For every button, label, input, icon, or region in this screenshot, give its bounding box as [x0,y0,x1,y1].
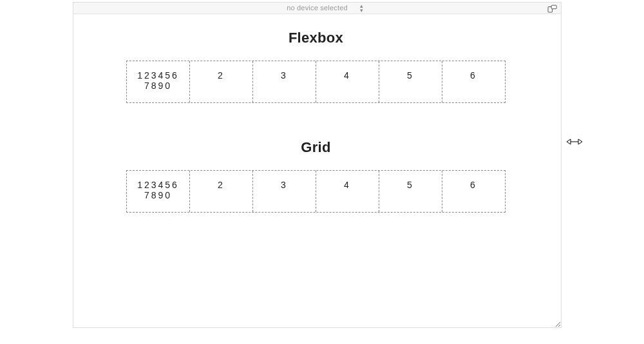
grid-heading: Grid [126,139,506,156]
flex-cell: 3 [253,61,316,102]
page-content: Flexbox 1234567890 2 3 4 5 6 Grid 123456… [73,14,561,213]
svg-marker-4 [578,139,582,144]
flex-cell: 1234567890 [127,61,190,102]
flexbox-row: 1234567890 2 3 4 5 6 [126,61,506,103]
grid-cell: 4 [316,171,379,212]
device-selector-stepper[interactable]: ▴ ▾ [360,4,363,13]
flex-cell: 6 [442,61,505,102]
grid-cell: 2 [190,171,253,212]
svg-rect-1 [551,5,556,9]
flexbox-heading: Flexbox [126,30,506,46]
preview-toolbar: no device selected ▴ ▾ [73,3,561,14]
resize-horizontal-cursor-icon [567,137,582,146]
flex-cell: 5 [379,61,442,102]
svg-marker-3 [567,139,571,144]
grid-cell: 1234567890 [127,171,190,212]
flex-cell: 2 [190,61,253,102]
flex-cell: 4 [316,61,379,102]
grid-cell: 3 [253,171,316,212]
grid-row: 1234567890 2 3 4 5 6 [126,170,506,213]
rotate-device-icon[interactable] [547,4,557,12]
responsive-preview-pane[interactable]: no device selected ▴ ▾ Flexbox 123456789… [73,2,562,328]
grid-cell: 6 [442,171,505,212]
grid-cell: 5 [379,171,442,212]
chevron-down-icon: ▾ [360,8,363,13]
device-selector-label[interactable]: no device selected [73,3,561,14]
